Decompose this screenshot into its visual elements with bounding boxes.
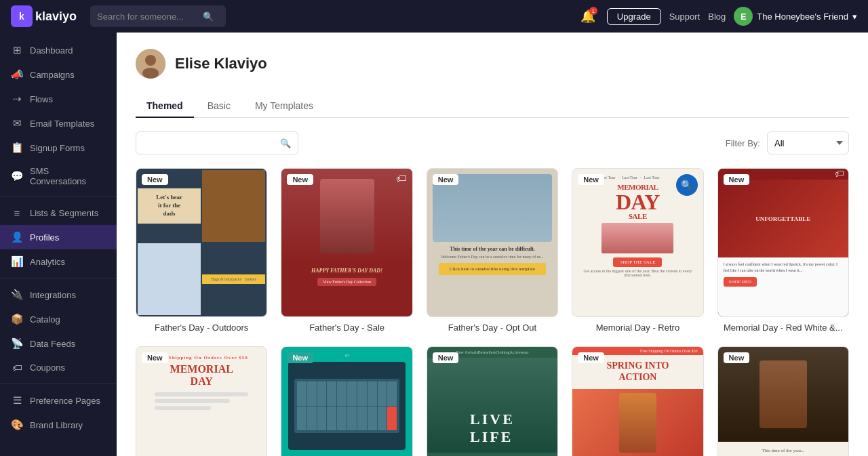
sidebar-item-brand-library[interactable]: 🎨 Brand Library bbox=[0, 413, 117, 437]
tab-themed[interactable]: Themed bbox=[136, 95, 194, 118]
sidebar: ⊞ Dashboard 📣 Campaigns ⇢ Flows ✉ Email … bbox=[0, 33, 117, 456]
sms-icon: 💬 bbox=[11, 170, 23, 182]
search-template-btn[interactable]: 🔍 bbox=[676, 174, 698, 196]
blog-link[interactable]: Blog bbox=[708, 12, 726, 22]
template-card-scene[interactable]: New This time of the year... bbox=[717, 346, 849, 456]
sidebar-item-coupons[interactable]: 🏷 Coupons bbox=[0, 356, 117, 379]
sidebar-divider bbox=[0, 196, 117, 197]
analytics-icon: 📊 bbox=[11, 255, 23, 268]
lists-icon: ≡ bbox=[11, 207, 23, 219]
search-icon: 🔍 bbox=[203, 12, 214, 22]
user-menu[interactable]: E The Honeybee's Friend ▾ bbox=[734, 7, 857, 26]
sidebar-item-label: Dashboard bbox=[30, 45, 73, 56]
tab-my-templates[interactable]: My Templates bbox=[244, 95, 324, 118]
template-card-fd-sale[interactable]: New 🏷 HAPPY FATHER'S DAY DAD! View Fathe… bbox=[281, 168, 412, 333]
template-search[interactable]: 🔍 bbox=[136, 131, 298, 154]
sidebar-item-email-templates[interactable]: ✉ Email Templates bbox=[0, 111, 117, 136]
template-card-fd-outdoors[interactable]: New Let's hearit for thedads Bags & back… bbox=[136, 168, 267, 333]
sidebar-item-lists-segments[interactable]: ≡ Lists & Segments bbox=[0, 201, 117, 225]
email-templates-icon: ✉ bbox=[11, 117, 23, 129]
new-badge: New bbox=[578, 352, 604, 363]
template-card-live-life[interactable]: New New Arrivals Bestsellers Clothing Ac… bbox=[427, 346, 558, 456]
catalog-icon: 📦 bbox=[11, 313, 23, 325]
template-card-memorial-retro[interactable]: New 🔍 Last Tour · Last Tour · Last Tour … bbox=[572, 168, 703, 333]
sidebar-divider-3 bbox=[0, 384, 117, 384]
dashboard-icon: ⊞ bbox=[11, 44, 23, 56]
template-grid: New Let's hearit for thedads Bags & back… bbox=[136, 168, 849, 456]
coupons-icon: 🏷 bbox=[11, 362, 23, 373]
template-card-memorial2[interactable]: New Free Shipping On Orders Over $50 MEM… bbox=[136, 346, 267, 456]
sidebar-item-catalog[interactable]: 📦 Catalog bbox=[0, 307, 117, 331]
sidebar-item-campaigns[interactable]: 📣 Campaigns bbox=[0, 62, 117, 87]
template-name: Memorial Day - Retro bbox=[572, 323, 703, 333]
sidebar-item-label: Preference Pages bbox=[30, 396, 100, 406]
template-card-spring[interactable]: New Free Shipping On Orders Over $50 SPR… bbox=[572, 346, 703, 456]
top-nav: k klaviyo 🔍 🔔 1 Upgrade Support Blog E T… bbox=[0, 0, 868, 33]
integrations-icon: 🔌 bbox=[11, 289, 23, 301]
sidebar-item-label: Coupons bbox=[30, 362, 65, 373]
svg-point-2 bbox=[142, 68, 159, 79]
data-feeds-icon: 📡 bbox=[11, 337, 23, 350]
sidebar-item-label: Integrations bbox=[30, 290, 76, 300]
template-name: Father's Day - Opt Out bbox=[427, 323, 558, 333]
signup-forms-icon: 📋 bbox=[11, 142, 23, 154]
search-icon: 🔍 bbox=[280, 138, 291, 148]
brand-icon: 🎨 bbox=[11, 419, 23, 431]
profiles-icon: 👤 bbox=[11, 231, 23, 243]
tabs: Themed Basic My Templates bbox=[136, 95, 849, 118]
sidebar-item-dashboard[interactable]: ⊞ Dashboard bbox=[0, 38, 117, 62]
sidebar-item-label: Analytics bbox=[30, 257, 65, 267]
search-input[interactable] bbox=[97, 12, 199, 22]
logo[interactable]: k klaviyo bbox=[11, 5, 77, 27]
sidebar-item-label: Signup Forms bbox=[30, 143, 85, 153]
profile-name: Elise Klaviyo bbox=[175, 55, 267, 72]
sidebar-item-flows[interactable]: ⇢ Flows bbox=[0, 87, 117, 111]
sidebar-item-preference-pages[interactable]: ☰ Preference Pages bbox=[0, 388, 117, 413]
chevron-down-icon: ▾ bbox=[852, 12, 857, 22]
main-content: Elise Klaviyo Themed Basic My Templates … bbox=[117, 33, 868, 456]
new-badge: New bbox=[724, 352, 750, 363]
sidebar-divider-2 bbox=[0, 278, 117, 278]
notification-badge: 1 bbox=[589, 7, 597, 15]
logo-text: klaviyo bbox=[35, 9, 77, 24]
new-badge: New bbox=[433, 174, 459, 185]
sidebar-item-label: SMS Conversations bbox=[30, 166, 106, 186]
tab-basic[interactable]: Basic bbox=[197, 95, 241, 118]
template-name: Father's Day - Sale bbox=[281, 323, 412, 333]
template-search-input[interactable] bbox=[143, 138, 276, 148]
svg-point-1 bbox=[145, 55, 156, 66]
sidebar-item-label: Campaigns bbox=[30, 70, 75, 80]
new-badge: New bbox=[142, 352, 168, 363]
campaigns-icon: 📣 bbox=[11, 68, 23, 81]
template-card-memorial-rw[interactable]: New 🏷 UNFORGETTABLE I always feel confid… bbox=[717, 168, 849, 333]
sidebar-item-data-feeds[interactable]: 📡 Data Feeds bbox=[0, 331, 117, 356]
sidebar-item-sms[interactable]: 💬 SMS Conversations bbox=[0, 160, 117, 192]
support-link[interactable]: Support bbox=[669, 12, 701, 22]
template-thumbnail: New 🏷 UNFORGETTABLE I always feel confid… bbox=[717, 168, 849, 317]
template-thumbnail: New Let's hearit for thedads Bags & back… bbox=[136, 168, 267, 317]
new-badge: New bbox=[287, 352, 313, 363]
sidebar-item-label: Profiles bbox=[30, 232, 59, 243]
template-thumbnail: New Free Shipping On Orders Over $50 SPR… bbox=[572, 346, 703, 456]
logo-icon: k bbox=[11, 5, 33, 27]
sidebar-item-integrations[interactable]: 🔌 Integrations bbox=[0, 283, 117, 307]
template-thumbnail: New Free Shipping On Orders Over $50 MEM… bbox=[136, 346, 267, 456]
global-search[interactable]: 🔍 bbox=[90, 5, 226, 27]
sidebar-item-analytics[interactable]: 📊 Analytics bbox=[0, 249, 117, 274]
new-badge: New bbox=[287, 174, 313, 185]
new-badge: New bbox=[433, 352, 459, 363]
new-badge: New bbox=[724, 174, 750, 185]
template-card-fd-optout[interactable]: New This time of the year can be difficu… bbox=[427, 168, 558, 333]
sidebar-item-signup-forms[interactable]: 📋 Signup Forms bbox=[0, 136, 117, 160]
template-card-keyboard[interactable]: New 🏷 bbox=[281, 346, 412, 456]
filter-controls: Filter By: All Father's Day Memorial Day… bbox=[726, 131, 849, 154]
upgrade-button[interactable]: Upgrade bbox=[607, 8, 661, 25]
filter-select[interactable]: All Father's Day Memorial Day Spring bbox=[767, 131, 849, 154]
notifications-bell[interactable]: 🔔 1 bbox=[577, 5, 599, 27]
sidebar-item-profiles[interactable]: 👤 Profiles bbox=[0, 225, 117, 249]
sidebar-item-label: Catalog bbox=[30, 314, 60, 325]
profile-header: Elise Klaviyo bbox=[136, 49, 849, 79]
sidebar-item-label: Email Templates bbox=[30, 119, 94, 129]
template-name: Memorial Day - Red White &... bbox=[717, 323, 849, 333]
user-name: The Honeybee's Friend bbox=[757, 12, 848, 22]
